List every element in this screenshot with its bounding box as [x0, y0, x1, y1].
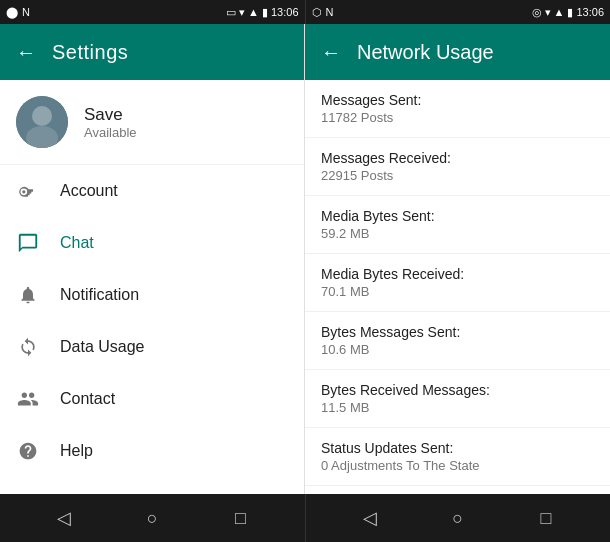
- network-usage-header: ← Network Usage: [305, 24, 610, 80]
- right-home-button[interactable]: ○: [438, 498, 478, 538]
- bell-icon: [16, 283, 40, 307]
- network-usage-back-button[interactable]: ←: [321, 41, 341, 64]
- bytes-messages-sent-label: Bytes Messages Sent:: [321, 324, 594, 340]
- menu-item-chat[interactable]: Chat: [0, 217, 304, 269]
- profile-row[interactable]: Save Available: [0, 80, 304, 165]
- messages-sent-label: Messages Sent:: [321, 92, 594, 108]
- usage-item-media-bytes-sent: Media Bytes Sent: 59.2 MB: [305, 196, 610, 254]
- menu-item-data-usage[interactable]: Data Usage: [0, 321, 304, 373]
- signal-icon-left: ▲: [248, 6, 259, 18]
- media-bytes-sent-value: 59.2 MB: [321, 226, 594, 241]
- bytes-received-messages-label: Bytes Received Messages:: [321, 382, 594, 398]
- chat-icon: [16, 231, 40, 255]
- status-updates-sent-value: 0 Adjustments To The State: [321, 458, 594, 473]
- people-icon: [16, 387, 40, 411]
- profile-name: Save: [84, 105, 137, 125]
- menu-item-contact[interactable]: Contact: [0, 373, 304, 425]
- nav-bars: ◁ ○ □ ◁ ○ □: [0, 494, 610, 542]
- left-status-right: ▭ ▾ ▲ ▮ 13:06: [226, 6, 298, 19]
- messages-received-label: Messages Received:: [321, 150, 594, 166]
- messages-received-value: 22915 Posts: [321, 168, 594, 183]
- time-right: 13:06: [576, 6, 604, 18]
- time-left: 13:06: [271, 6, 299, 18]
- chat-label: Chat: [60, 234, 94, 252]
- right-status-left: ⬡ N: [312, 6, 334, 19]
- left-home-button[interactable]: ○: [132, 498, 172, 538]
- left-status-bar: ⬤ N ▭ ▾ ▲ ▮ 13:06: [0, 0, 305, 24]
- usage-item-media-bytes-received: Media Bytes Received: 70.1 MB: [305, 254, 610, 312]
- bytes-messages-sent-value: 10.6 MB: [321, 342, 594, 357]
- battery-icon-left: ▮: [262, 6, 268, 19]
- menu-item-help[interactable]: Help: [0, 425, 304, 477]
- usage-item-status-updates-received: Status Updates Received: 11527 Status Up…: [305, 486, 610, 494]
- right-status-bar: ⬡ N ◎ ▾ ▲ ▮ 13:06: [306, 0, 611, 24]
- battery-icon-right: ▮: [567, 6, 573, 19]
- usage-item-bytes-messages-sent: Bytes Messages Sent: 10.6 MB: [305, 312, 610, 370]
- messages-sent-value: 11782 Posts: [321, 110, 594, 125]
- help-icon: [16, 439, 40, 463]
- left-back-button[interactable]: ◁: [44, 498, 84, 538]
- usage-item-bytes-received-messages: Bytes Received Messages: 11.5 MB: [305, 370, 610, 428]
- wifi-icon-right: ▾: [545, 6, 551, 19]
- status-updates-sent-label: Status Updates Sent:: [321, 440, 594, 456]
- notification-label: Notification: [60, 286, 139, 304]
- media-bytes-received-value: 70.1 MB: [321, 284, 594, 299]
- usage-item-messages-received: Messages Received: 22915 Posts: [305, 138, 610, 196]
- settings-menu: Account Chat Notification: [0, 165, 304, 494]
- avatar-image: [16, 96, 68, 148]
- right-back-button[interactable]: ◁: [350, 498, 390, 538]
- content-area: ← Settings Save Available: [0, 24, 610, 494]
- left-nav-bar: ◁ ○ □: [0, 494, 305, 542]
- menu-item-notification[interactable]: Notification: [0, 269, 304, 321]
- network-usage-panel: ← Network Usage Messages Sent: 11782 Pos…: [305, 24, 610, 494]
- profile-info: Save Available: [84, 105, 137, 140]
- right-nav-bar: ◁ ○ □: [306, 494, 611, 542]
- settings-title: Settings: [52, 41, 128, 64]
- account-label: Account: [60, 182, 118, 200]
- media-bytes-received-label: Media Bytes Received:: [321, 266, 594, 282]
- left-recent-button[interactable]: □: [220, 498, 260, 538]
- bytes-received-messages-value: 11.5 MB: [321, 400, 594, 415]
- menu-item-account[interactable]: Account: [0, 165, 304, 217]
- network-usage-title: Network Usage: [357, 41, 494, 64]
- screen-icon: ▭: [226, 6, 236, 19]
- settings-header: ← Settings: [0, 24, 304, 80]
- key-icon: [16, 179, 40, 203]
- download-icon: ⬡: [312, 6, 322, 19]
- status-bars: ⬤ N ▭ ▾ ▲ ▮ 13:06 ⬡ N ◎ ▾ ▲ ▮ 13:06: [0, 0, 610, 24]
- settings-panel: ← Settings Save Available: [0, 24, 305, 494]
- data-usage-label: Data Usage: [60, 338, 145, 356]
- right-status-right: ◎ ▾ ▲ ▮ 13:06: [532, 6, 604, 19]
- wifi-icon-left: ▾: [239, 6, 245, 19]
- circle-icon: ◎: [532, 6, 542, 19]
- contact-label: Contact: [60, 390, 115, 408]
- help-label: Help: [60, 442, 93, 460]
- avatar: [16, 96, 68, 148]
- network-indicator-right: N: [326, 6, 334, 18]
- signal-icon-right: ▲: [554, 6, 565, 18]
- data-usage-icon: [16, 335, 40, 359]
- media-bytes-sent-label: Media Bytes Sent:: [321, 208, 594, 224]
- notification-icon: ⬤: [6, 6, 18, 19]
- left-status-left: ⬤ N: [6, 6, 30, 19]
- right-recent-button[interactable]: □: [526, 498, 566, 538]
- usage-list: Messages Sent: 11782 Posts Messages Rece…: [305, 80, 610, 494]
- svg-point-1: [32, 106, 52, 126]
- profile-status: Available: [84, 125, 137, 140]
- usage-item-status-updates-sent: Status Updates Sent: 0 Adjustments To Th…: [305, 428, 610, 486]
- usage-item-messages-sent: Messages Sent: 11782 Posts: [305, 80, 610, 138]
- network-indicator-left: N: [22, 6, 30, 18]
- settings-back-button[interactable]: ←: [16, 41, 36, 64]
